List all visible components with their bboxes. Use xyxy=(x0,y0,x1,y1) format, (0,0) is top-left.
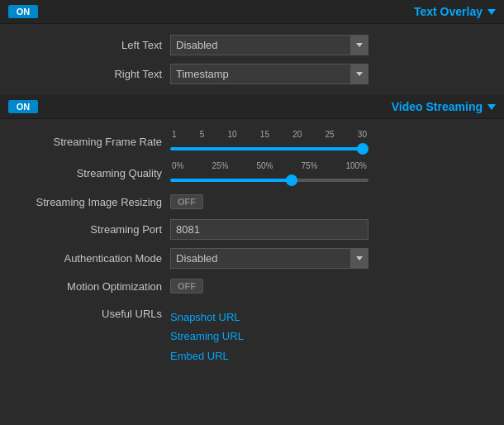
port-input[interactable] xyxy=(170,219,368,240)
text-overlay-toggle[interactable]: ON xyxy=(8,5,38,18)
auth-mode-control: Disabled Basic Digest xyxy=(170,248,491,269)
left-text-select[interactable]: Disabled Timestamp Custom xyxy=(170,35,368,55)
frame-rate-control: 1 5 10 15 20 25 30 xyxy=(170,130,491,153)
left-text-label: Left Text xyxy=(13,39,170,51)
port-control xyxy=(170,219,491,240)
left-text-row: Left Text Disabled Timestamp Custom xyxy=(0,31,504,60)
video-streaming-header: ON Video Streaming xyxy=(0,95,504,119)
frame-rate-row: Streaming Frame Rate 1 5 10 15 20 25 30 xyxy=(0,126,504,157)
image-resizing-row: Streaming Image Resizing OFF xyxy=(0,189,504,215)
text-overlay-section: ON Text Overlay Left Text Disabled Times… xyxy=(0,0,504,95)
video-streaming-title: Video Streaming xyxy=(392,100,496,113)
frame-rate-label: Streaming Frame Rate xyxy=(13,136,170,148)
image-resizing-control: OFF xyxy=(170,194,491,209)
video-streaming-chevron-icon[interactable] xyxy=(487,104,496,110)
image-resizing-label: Streaming Image Resizing xyxy=(13,196,170,208)
quality-slider-container: 0% 25% 50% 75% 100% xyxy=(170,161,368,184)
auth-mode-label: Authentication Mode xyxy=(13,252,170,265)
right-text-row: Right Text Disabled Timestamp Custom xyxy=(0,60,504,88)
right-text-select-wrapper: Disabled Timestamp Custom xyxy=(170,64,368,84)
useful-urls-control: Snapshot URL Streaming URL Embed URL xyxy=(170,308,491,365)
useful-urls-label: Useful URLs xyxy=(13,308,170,320)
right-text-control: Disabled Timestamp Custom xyxy=(170,64,491,84)
frame-rate-slider-container: 1 5 10 15 20 25 30 xyxy=(170,130,368,153)
auth-mode-select[interactable]: Disabled Basic Digest xyxy=(170,248,368,269)
frame-rate-slider[interactable] xyxy=(170,147,368,150)
motion-opt-label: Motion Optimization xyxy=(13,280,170,293)
video-streaming-fields: Streaming Frame Rate 1 5 10 15 20 25 30 xyxy=(0,119,504,376)
port-label: Streaming Port xyxy=(13,223,170,236)
text-overlay-fields: Left Text Disabled Timestamp Custom Righ… xyxy=(0,24,504,95)
motion-opt-toggle[interactable]: OFF xyxy=(170,279,203,294)
auth-mode-row: Authentication Mode Disabled Basic Diges… xyxy=(0,244,504,273)
quality-ticks: 0% 25% 50% 75% 100% xyxy=(170,161,368,170)
frame-rate-ticks: 1 5 10 15 20 25 30 xyxy=(170,130,368,139)
quality-label: Streaming Quality xyxy=(13,167,170,179)
streaming-url-link[interactable]: Streaming URL xyxy=(170,327,491,346)
quality-row: Streaming Quality 0% 25% 50% 75% 100% xyxy=(0,157,504,189)
quality-control: 0% 25% 50% 75% 100% xyxy=(170,161,491,184)
port-row: Streaming Port xyxy=(0,215,504,244)
useful-urls-row: Useful URLs Snapshot URL Streaming URL E… xyxy=(0,299,504,370)
text-overlay-title: Text Overlay xyxy=(414,5,496,18)
image-resizing-toggle[interactable]: OFF xyxy=(170,194,203,209)
snapshot-url-link[interactable]: Snapshot URL xyxy=(170,308,491,327)
left-text-select-wrapper: Disabled Timestamp Custom xyxy=(170,35,368,55)
right-text-select[interactable]: Disabled Timestamp Custom xyxy=(170,64,368,84)
motion-opt-control: OFF xyxy=(170,279,491,294)
text-overlay-chevron-icon[interactable] xyxy=(487,9,496,15)
motion-opt-row: Motion Optimization OFF xyxy=(0,273,504,299)
video-streaming-toggle[interactable]: ON xyxy=(8,100,38,113)
video-streaming-section: ON Video Streaming Streaming Frame Rate … xyxy=(0,95,504,376)
text-overlay-header: ON Text Overlay xyxy=(0,0,504,24)
quality-slider[interactable] xyxy=(170,179,368,182)
right-text-label: Right Text xyxy=(13,68,170,80)
left-text-control: Disabled Timestamp Custom xyxy=(170,35,491,55)
embed-url-link[interactable]: Embed URL xyxy=(170,346,491,365)
auth-mode-select-wrapper: Disabled Basic Digest xyxy=(170,248,368,269)
